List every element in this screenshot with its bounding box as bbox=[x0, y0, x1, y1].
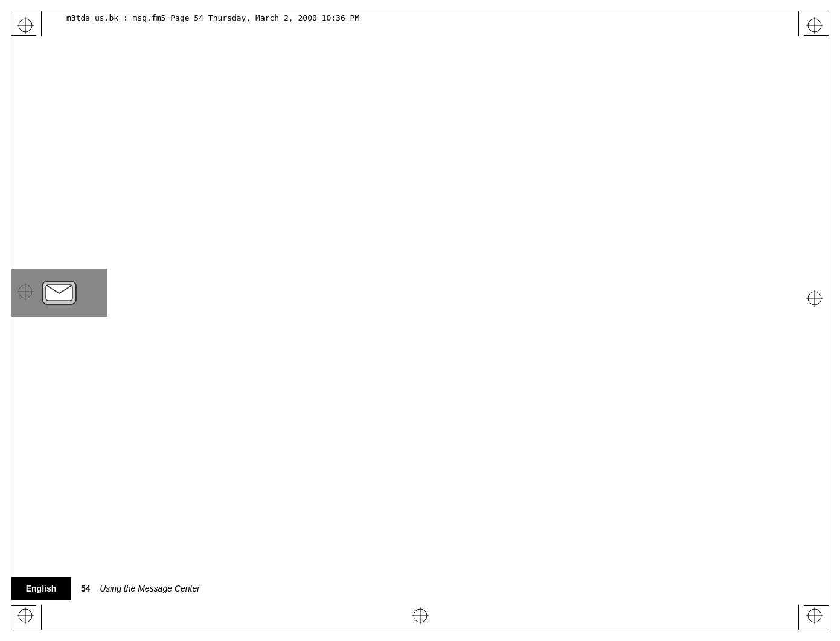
reg-mark-bottom-center bbox=[412, 607, 429, 624]
right-vline-top bbox=[798, 11, 799, 36]
right-vline-bottom bbox=[798, 605, 799, 630]
reg-mark-top-left bbox=[17, 17, 34, 34]
border-line-bottom-left bbox=[11, 605, 36, 606]
border-line-top-left bbox=[11, 35, 36, 36]
image-block bbox=[11, 269, 107, 317]
reg-mark-bottom-left bbox=[17, 607, 34, 624]
page-border bbox=[11, 11, 829, 630]
reg-mark-top-right bbox=[806, 17, 823, 34]
left-vline-top bbox=[41, 11, 42, 36]
reg-mark-block-left bbox=[17, 283, 34, 300]
page-number: 54 bbox=[81, 584, 91, 593]
reg-mark-bottom-right bbox=[806, 607, 823, 624]
border-line-bottom-right bbox=[804, 605, 829, 606]
footer-page-info: 54 Using the Message Center bbox=[81, 584, 200, 593]
page-title-spacer bbox=[92, 584, 97, 593]
footer-bar: English 54 Using the Message Center bbox=[11, 577, 829, 600]
mail-icon bbox=[41, 280, 77, 305]
english-badge: English bbox=[11, 577, 71, 600]
left-vline-bottom bbox=[41, 605, 42, 630]
border-line-top-right bbox=[804, 35, 829, 36]
header-text: m3tda_us.bk : msg.fm5 Page 54 Thursday, … bbox=[66, 13, 359, 22]
reg-mark-mid-right bbox=[806, 290, 823, 307]
page-title: Using the Message Center bbox=[100, 584, 200, 593]
